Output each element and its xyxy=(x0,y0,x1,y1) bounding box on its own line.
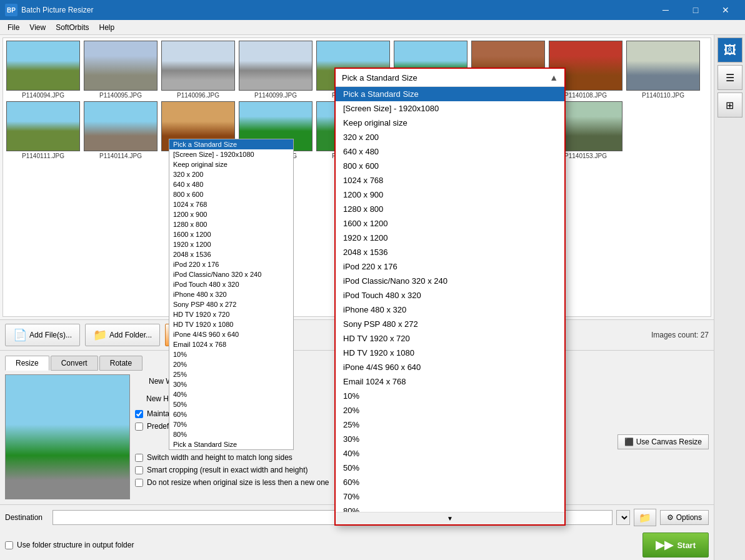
dropdown-item[interactable]: 1280 x 800 xyxy=(336,202,564,216)
dropdown-item[interactable]: 20% xyxy=(336,403,564,418)
small-dropdown-item[interactable]: 50% xyxy=(169,399,293,409)
small-dropdown-item[interactable]: 10% xyxy=(169,349,293,359)
small-dropdown-item[interactable]: 640 x 480 xyxy=(169,179,293,189)
dropdown-item[interactable]: 30% xyxy=(336,432,564,446)
options-button[interactable]: ⚙ Options xyxy=(660,510,709,525)
dropdown-item[interactable]: Email 1024 x 768 xyxy=(336,374,564,389)
small-dropdown-item[interactable]: iPod Classic/Nano 320 x 240 xyxy=(169,269,293,279)
dropdown-item[interactable]: Keep original size xyxy=(336,116,564,130)
dropdown-item[interactable]: Sony PSP 480 x 272 xyxy=(336,317,564,331)
small-dropdown-item[interactable]: iPod Touch 480 x 320 xyxy=(169,279,293,289)
small-standard-size-dropdown[interactable]: Pick a Standard Size[Screen Size] - 1920… xyxy=(169,139,294,450)
dropdown-item[interactable]: 40% xyxy=(336,446,564,461)
dropdown-item[interactable]: iPod 220 x 176 xyxy=(336,259,564,274)
small-dropdown-item[interactable]: 1280 x 800 xyxy=(169,219,293,229)
dropdown-item[interactable]: 25% xyxy=(336,418,564,432)
dropdown-item[interactable]: iPod Touch 480 x 320 xyxy=(336,288,564,302)
dropdown-item[interactable]: 1200 x 900 xyxy=(336,188,564,202)
tab-resize[interactable]: Resize xyxy=(5,356,49,371)
small-dropdown-item[interactable]: 80% xyxy=(169,429,293,439)
sidebar-grid-button[interactable]: ⊞ xyxy=(718,92,742,118)
small-dropdown-item[interactable]: 320 x 200 xyxy=(169,169,293,179)
small-dropdown-item[interactable]: iPone 4/4S 960 x 640 xyxy=(169,329,293,339)
small-dropdown-item[interactable]: 1024 x 768 xyxy=(169,199,293,209)
dropdown-item[interactable]: iPhone 480 x 320 xyxy=(336,302,564,317)
dropdown-item[interactable]: iPod Classic/Nano 320 x 240 xyxy=(336,274,564,288)
small-dropdown-item[interactable]: 1920 x 1200 xyxy=(169,239,293,249)
small-dropdown-item[interactable]: Email 1024 x 768 xyxy=(169,339,293,349)
close-button[interactable]: ✕ xyxy=(711,0,740,20)
small-dropdown-item[interactable]: 40% xyxy=(169,389,293,399)
browse-destination-button[interactable]: 📁 xyxy=(634,509,656,526)
small-dropdown-item[interactable]: 2048 x 1536 xyxy=(169,249,293,259)
dropdown-item[interactable]: 70% xyxy=(336,489,564,504)
small-dropdown-item[interactable]: iPod 220 x 176 xyxy=(169,259,293,269)
canvas-resize-button[interactable]: ⬛ Use Canvas Resize xyxy=(618,434,709,449)
small-dropdown-item[interactable]: 30% xyxy=(169,379,293,389)
sidebar-list-button[interactable]: ☰ xyxy=(718,65,742,90)
dropdown-item[interactable]: 640 x 480 xyxy=(336,144,564,159)
small-dropdown-item[interactable]: Pick a Standard Size xyxy=(169,139,293,149)
dropdown-header: Pick a Standard Size ▲ xyxy=(336,69,564,87)
thumbnail xyxy=(6,101,80,151)
dropdown-item[interactable]: 1920 x 1200 xyxy=(336,231,564,245)
small-dropdown-item[interactable]: 1200 x 900 xyxy=(169,209,293,219)
list-item[interactable]: P1140114.JPG xyxy=(83,101,158,159)
small-dropdown-item[interactable]: HD TV 1920 x 1080 xyxy=(169,319,293,329)
window-title: Batch Picture Resizer xyxy=(21,6,93,14)
list-item[interactable]: P1140095.JPG xyxy=(83,41,158,99)
app-icon: BP xyxy=(5,4,18,16)
dropdown-item[interactable]: 800 x 600 xyxy=(336,159,564,173)
tab-convert[interactable]: Convert xyxy=(51,356,98,371)
small-dropdown-item[interactable]: Pick a Standard Size xyxy=(169,439,293,449)
sidebar-images-button[interactable]: 🖼 xyxy=(718,38,742,62)
small-dropdown-item[interactable]: 20% xyxy=(169,359,293,369)
small-dropdown-item[interactable]: 70% xyxy=(169,419,293,429)
menu-softorbits[interactable]: SoftOrbits xyxy=(51,22,94,33)
start-icon: ▶▶ xyxy=(656,538,673,552)
small-dropdown-item[interactable]: Sony PSP 480 x 272 xyxy=(169,299,293,309)
small-dropdown-item[interactable]: 800 x 600 xyxy=(169,189,293,199)
list-item[interactable]: P1140096.JPG xyxy=(161,41,236,99)
start-button[interactable]: ▶▶ Start xyxy=(642,532,709,558)
dropdown-item[interactable]: Pick a Standard Size xyxy=(336,87,564,101)
dropdown-item[interactable]: 1024 x 768 xyxy=(336,173,564,188)
small-dropdown-item[interactable]: 60% xyxy=(169,409,293,419)
standard-size-dropdown[interactable]: Pick a Standard Size ▲ Pick a Standard S… xyxy=(334,68,566,526)
dropdown-item[interactable]: 60% xyxy=(336,475,564,489)
small-dropdown-item[interactable]: HD TV 1920 x 720 xyxy=(169,309,293,319)
maximize-button[interactable]: □ xyxy=(681,0,710,20)
thumbnail xyxy=(6,41,80,91)
list-item[interactable]: P1140094.JPG xyxy=(6,41,81,99)
dropdown-item[interactable]: 320 x 200 xyxy=(336,130,564,144)
list-item[interactable]: P1140110.JPG xyxy=(626,41,701,99)
list-item[interactable]: P1140099.JPG xyxy=(238,41,313,99)
dropdown-item[interactable]: HD TV 1920 x 1080 xyxy=(336,346,564,360)
list-item[interactable]: P1140111.JPG xyxy=(6,101,81,159)
folder-structure-checkbox[interactable]: Use folder structure in output folder xyxy=(5,541,134,549)
minimize-button[interactable]: ─ xyxy=(651,0,680,20)
dropdown-item[interactable]: 80% xyxy=(336,504,564,512)
dropdown-item[interactable]: iPone 4/4S 960 x 640 xyxy=(336,360,564,374)
small-dropdown-item[interactable]: 1600 x 1200 xyxy=(169,229,293,239)
tab-rotate[interactable]: Rotate xyxy=(99,356,142,371)
menu-view[interactable]: View xyxy=(24,22,51,33)
dropdown-item[interactable]: 50% xyxy=(336,461,564,475)
scroll-up-icon[interactable]: ▲ xyxy=(549,72,558,82)
canvas-label: Use Canvas Resize xyxy=(636,438,702,446)
scroll-down-button[interactable]: ▼ xyxy=(336,512,564,524)
small-dropdown-item[interactable]: Keep original size xyxy=(169,159,293,169)
dropdown-item[interactable]: 2048 x 1536 xyxy=(336,245,564,259)
dropdown-item[interactable]: 10% xyxy=(336,389,564,403)
add-files-button[interactable]: 📄 Add File(s)... xyxy=(5,324,80,346)
menu-help[interactable]: Help xyxy=(94,22,120,33)
add-folder-button[interactable]: 📁 Add Folder... xyxy=(85,324,160,346)
dropdown-item[interactable]: 1600 x 1200 xyxy=(336,216,564,231)
dropdown-item[interactable]: [Screen Size] - 1920x1080 xyxy=(336,101,564,116)
menu-file[interactable]: File xyxy=(2,22,24,33)
dropdown-item[interactable]: HD TV 1920 x 720 xyxy=(336,331,564,346)
small-dropdown-item[interactable]: iPhone 480 x 320 xyxy=(169,289,293,299)
destination-select[interactable] xyxy=(616,510,630,525)
small-dropdown-item[interactable]: [Screen Size] - 1920x1080 xyxy=(169,149,293,159)
small-dropdown-item[interactable]: 25% xyxy=(169,369,293,379)
